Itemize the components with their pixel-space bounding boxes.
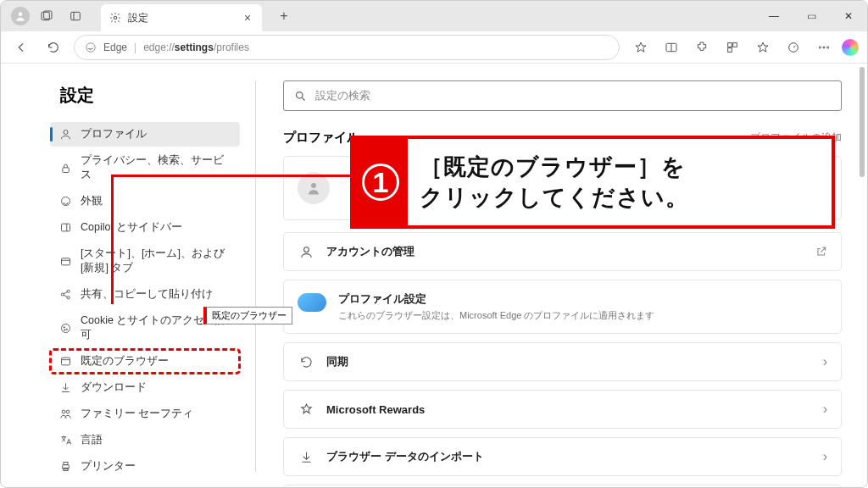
svg-point-31 — [66, 329, 67, 330]
sidebar-item-sidebar[interactable]: Copilot とサイドバー — [50, 215, 240, 240]
profile-avatar-button[interactable] — [11, 7, 30, 25]
sidebar-icon — [58, 221, 72, 235]
window-close[interactable]: ✕ — [830, 1, 867, 31]
svg-point-5 — [114, 16, 117, 19]
download-icon — [58, 381, 72, 395]
settings-search[interactable]: 設定の検索 — [283, 80, 842, 111]
sidebar-item-download[interactable]: ダウンロード — [50, 375, 240, 400]
extensions-icon[interactable] — [689, 36, 715, 59]
lock-icon — [58, 161, 72, 175]
profile-settings-icon — [298, 293, 326, 312]
sidebar-item-lang[interactable]: 言語 — [50, 428, 240, 452]
browser-toolbar: Edge | edge://settings/profiles — [1, 31, 867, 64]
svg-rect-9 — [728, 42, 732, 47]
svg-point-32 — [64, 329, 64, 330]
svg-point-49 — [303, 247, 309, 252]
workspaces-icon[interactable] — [35, 4, 58, 28]
svg-line-13 — [793, 46, 796, 47]
sidebar-item-lock[interactable]: プライバシー、検索、サービス — [50, 148, 240, 187]
svg-point-29 — [61, 324, 70, 332]
close-tab-icon[interactable]: × — [242, 11, 253, 25]
svg-rect-18 — [62, 167, 69, 172]
refresh-button[interactable] — [42, 36, 65, 59]
settings-sidebar: 設定 プロファイルプライバシー、検索、サービス外観Copilot とサイドバー[… — [1, 64, 255, 488]
sidebar-item-system[interactable]: システムとパフォーマンス — [50, 480, 240, 488]
callout-number: 1 — [353, 139, 408, 225]
svg-line-47 — [302, 97, 304, 100]
window-minimize[interactable]: — — [755, 1, 793, 31]
sidebar-item-printer[interactable]: プリンター — [50, 454, 240, 479]
sidebar-item-label: ダウンロード — [81, 380, 147, 395]
settings-row[interactable]: Microsoft Rewards› — [283, 390, 842, 429]
window-titlebar: 設定 × + — ▭ ✕ — [1, 1, 867, 31]
settings-row[interactable]: プロファイルの基本設定› — [283, 485, 842, 488]
sidebar-item-label: 言語 — [81, 433, 103, 447]
svg-rect-20 — [61, 224, 70, 231]
settings-row[interactable]: ブラウザー データのインポート› — [283, 437, 842, 476]
svg-point-16 — [827, 46, 829, 47]
sidebar-item-browser[interactable]: 既定のブラウザー — [50, 349, 240, 374]
address-bar[interactable]: Edge | edge://settings/profiles — [74, 35, 620, 60]
sidebar-item-share[interactable]: 共有、コピーして貼り付け — [50, 282, 240, 307]
svg-point-17 — [64, 130, 68, 135]
family-icon — [58, 408, 72, 421]
sidebar-item-label: 既定のブラウザー — [81, 354, 169, 369]
search-placeholder: 設定の検索 — [315, 88, 370, 103]
tab-actions-icon[interactable] — [64, 4, 87, 28]
sidebar-item-label: プライバシー、検索、サービス — [81, 153, 231, 182]
search-icon — [294, 90, 307, 103]
sidebar-item-label: ファミリー セーフティ — [81, 407, 193, 421]
sidebar-item-label: [スタート]、[ホーム]、および [新規] タブ — [81, 247, 231, 275]
favorite-icon[interactable] — [628, 36, 654, 59]
svg-point-15 — [823, 46, 825, 47]
sidebar-item-paint[interactable]: 外観 — [50, 189, 240, 214]
svg-line-27 — [64, 291, 67, 294]
sidebar-item-label: プロファイル — [81, 127, 147, 141]
gear-icon — [109, 12, 121, 24]
svg-rect-33 — [61, 358, 70, 365]
sidebar-item-tab[interactable]: [スタート]、[ホーム]、および [新規] タブ — [50, 241, 240, 280]
sidebar-item-label: 共有、コピーして貼り付け — [81, 287, 213, 302]
callout-connector-h — [111, 175, 353, 177]
profile-heading: プロファイル — [283, 130, 359, 146]
row-profile-settings-info: プロファイル設定 これらのブラウザー設定は、Microsoft Edge のプロ… — [283, 280, 842, 334]
svg-rect-38 — [64, 463, 68, 465]
row-icon — [298, 450, 314, 464]
chevron-right-icon: › — [823, 449, 827, 464]
svg-rect-10 — [733, 42, 737, 47]
url-text: edge://settings/profiles — [143, 42, 249, 53]
row-account-manage[interactable]: アカウントの管理 — [283, 232, 842, 271]
browser-tab-settings[interactable]: 設定 × — [101, 4, 262, 31]
more-icon[interactable] — [811, 36, 837, 59]
lang-icon — [58, 434, 72, 447]
cookie-icon — [58, 321, 72, 335]
callout-connector-v — [111, 175, 114, 304]
scrollbar[interactable] — [860, 67, 865, 177]
url-brand: Edge — [103, 42, 127, 53]
svg-rect-11 — [728, 47, 732, 52]
svg-point-26 — [67, 297, 70, 299]
sidebar-item-user[interactable]: プロファイル — [50, 122, 240, 147]
performance-icon[interactable] — [781, 36, 806, 59]
sidebar-item-label: プリンター — [81, 459, 136, 474]
back-button[interactable] — [9, 36, 33, 59]
sidebar-tooltip: 既定のブラウザー — [203, 307, 292, 324]
svg-point-30 — [64, 326, 64, 327]
favorites-bar-icon[interactable] — [750, 36, 776, 59]
settings-row[interactable]: 同期› — [283, 342, 842, 381]
settings-main: 設定の検索 プロファイル プロファイルの追加 アカウントの管理 プロファイル設定… — [256, 64, 867, 488]
share-icon — [58, 288, 72, 302]
sidebar-item-family[interactable]: ファミリー セーフティ — [50, 402, 240, 426]
split-screen-icon[interactable] — [659, 36, 684, 59]
instruction-callout: 1 ［既定のブラウザー］をクリックしてください。 — [350, 136, 835, 229]
svg-line-28 — [64, 295, 67, 297]
svg-point-35 — [62, 410, 65, 413]
svg-rect-3 — [71, 12, 81, 19]
collections-icon[interactable] — [720, 36, 745, 59]
user-icon — [58, 128, 72, 141]
row-icon — [298, 355, 314, 369]
window-maximize[interactable]: ▭ — [793, 1, 830, 31]
svg-rect-22 — [61, 258, 70, 264]
new-tab-button[interactable]: + — [272, 8, 296, 24]
copilot-icon[interactable] — [842, 39, 859, 56]
